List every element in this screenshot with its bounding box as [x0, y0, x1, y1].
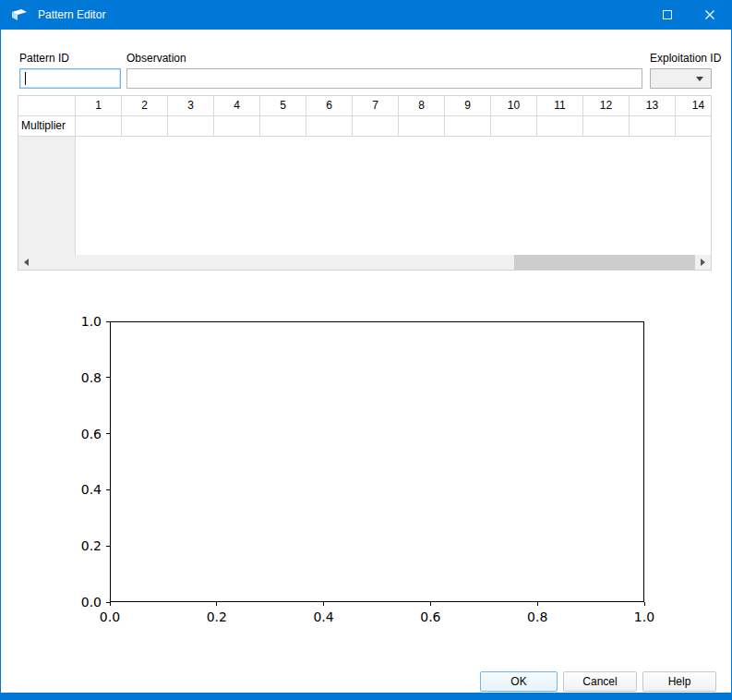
text-caret — [25, 72, 26, 85]
table-corner-cell — [18, 96, 76, 115]
multiplier-cell-8[interactable] — [399, 116, 445, 136]
y-axis-tick-label: 0.8 — [63, 370, 102, 385]
exploitation-id-label: Exploitation ID — [650, 52, 721, 65]
arrow-right-icon — [701, 259, 705, 266]
column-header-8[interactable]: 8 — [399, 96, 445, 115]
observation-input[interactable] — [126, 68, 642, 89]
cancel-button[interactable]: Cancel — [563, 671, 637, 692]
column-header-6[interactable]: 6 — [306, 96, 353, 115]
multiplier-row: Multiplier — [18, 116, 711, 137]
multiplier-cell-1[interactable] — [76, 116, 122, 136]
dialog-body: Pattern ID Observation Exploitation ID 1… — [1, 30, 731, 693]
y-axis-tick-label: 0.6 — [63, 427, 102, 441]
flag-icon — [11, 7, 28, 22]
horizontal-scrollbar[interactable] — [18, 255, 711, 270]
y-axis-tick — [106, 321, 110, 322]
multiplier-cell-2[interactable] — [122, 116, 168, 136]
y-axis-tick — [106, 602, 110, 603]
row-header-multiplier: Multiplier — [18, 116, 76, 136]
table-empty-body — [18, 137, 711, 255]
y-axis-tick — [106, 433, 110, 434]
help-button[interactable]: Help — [642, 671, 716, 692]
window-title: Pattern Editor — [38, 0, 105, 30]
multiplier-cell-7[interactable] — [353, 116, 399, 136]
column-header-2[interactable]: 2 — [122, 96, 168, 115]
close-button[interactable] — [689, 0, 731, 30]
scrollbar-thumb[interactable] — [514, 255, 695, 270]
scrollbar-track[interactable] — [34, 255, 695, 270]
y-axis-tick-label: 0.0 — [63, 595, 102, 609]
y-axis-tick-label: 0.4 — [63, 482, 102, 497]
y-axis-tick — [106, 377, 110, 378]
x-axis-tick-label: 0.4 — [313, 609, 333, 624]
scroll-left-button[interactable] — [18, 255, 34, 270]
multiplier-cell-3[interactable] — [168, 116, 214, 136]
window-bottom-border — [1, 693, 731, 700]
x-axis-tick-label: 0.6 — [420, 609, 440, 624]
column-header-7[interactable]: 7 — [353, 96, 399, 115]
column-header-13[interactable]: 13 — [630, 96, 676, 115]
column-header-11[interactable]: 11 — [537, 96, 583, 115]
row-header-column-strip — [18, 137, 76, 255]
observation-label: Observation — [126, 52, 186, 65]
column-header-4[interactable]: 4 — [214, 96, 260, 115]
multiplier-cell-5[interactable] — [260, 116, 306, 136]
dialog-buttons: OK Cancel Help — [480, 671, 716, 692]
scroll-right-button[interactable] — [695, 255, 711, 270]
column-header-5[interactable]: 5 — [260, 96, 306, 115]
multiplier-cell-4[interactable] — [214, 116, 260, 136]
multiplier-table: 1234567891011121314 Multiplier — [18, 95, 712, 271]
plot-area — [110, 321, 644, 602]
x-axis-tick — [110, 602, 111, 606]
column-header-10[interactable]: 10 — [491, 96, 537, 115]
pattern-editor-window: Pattern Editor Pattern ID Observation Ex… — [0, 0, 732, 700]
titlebar: Pattern Editor — [1, 0, 731, 30]
pattern-id-input[interactable] — [19, 68, 121, 89]
multiplier-cell-9[interactable] — [445, 116, 491, 136]
column-header-12[interactable]: 12 — [583, 96, 630, 115]
x-axis-tick-label: 0.8 — [527, 609, 547, 624]
multiplier-cell-11[interactable] — [537, 116, 583, 136]
multiplier-cell-13[interactable] — [630, 116, 676, 136]
column-header-3[interactable]: 3 — [168, 96, 214, 115]
y-axis-tick — [106, 546, 110, 547]
column-header-14[interactable]: 14 — [676, 96, 712, 115]
close-icon — [705, 10, 714, 19]
x-axis-tick — [537, 602, 538, 606]
table-header-row: 1234567891011121314 — [18, 96, 711, 116]
multiplier-cell-10[interactable] — [491, 116, 537, 136]
y-axis-tick-label: 1.0 — [63, 314, 102, 329]
multiplier-cell-6[interactable] — [306, 116, 353, 136]
x-axis-tick-label: 1.0 — [634, 609, 654, 624]
maximize-button[interactable] — [646, 0, 689, 30]
multiplier-cell-12[interactable] — [583, 116, 630, 136]
maximize-icon — [663, 10, 672, 19]
x-axis-tick-label: 0.2 — [207, 609, 227, 624]
x-axis-tick — [323, 602, 324, 606]
column-header-1[interactable]: 1 — [76, 96, 122, 115]
pattern-id-label: Pattern ID — [19, 52, 69, 65]
ok-button[interactable]: OK — [480, 671, 558, 692]
multiplier-cell-14[interactable] — [676, 116, 712, 136]
chevron-down-icon — [696, 77, 703, 81]
multiplier-chart: 0.00.20.40.60.81.00.00.20.40.60.81.0 — [1, 272, 731, 651]
x-axis-tick — [430, 602, 431, 606]
y-axis-tick — [106, 489, 110, 490]
exploitation-id-combobox[interactable] — [650, 68, 712, 89]
x-axis-tick-label: 0.0 — [100, 609, 120, 624]
column-header-9[interactable]: 9 — [445, 96, 491, 115]
window-controls — [646, 0, 731, 30]
arrow-left-icon — [24, 259, 29, 266]
x-axis-tick — [216, 602, 217, 606]
x-axis-tick — [644, 602, 645, 606]
y-axis-tick-label: 0.2 — [63, 538, 102, 553]
